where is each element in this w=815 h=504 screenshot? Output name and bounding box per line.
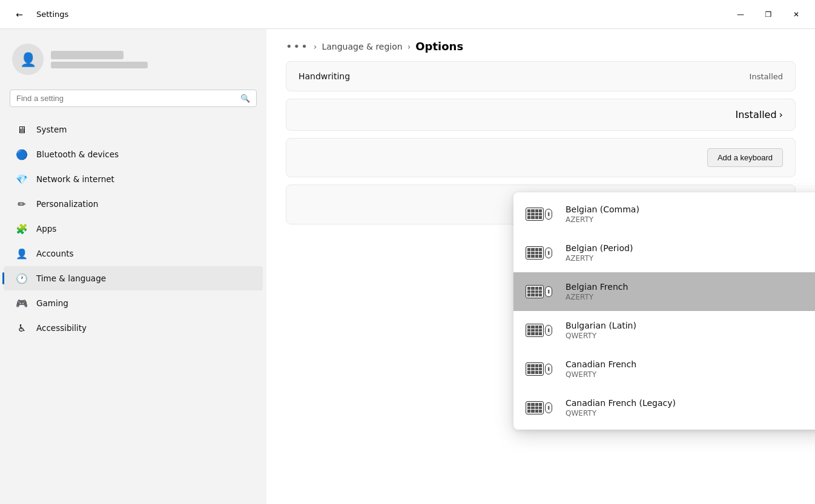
dropdown-item-sub: AZERTY: [566, 293, 628, 301]
add-keyboard-panel: Add a keyboard: [286, 138, 796, 177]
mouse-line: [548, 406, 549, 410]
mouse-icon: [545, 209, 552, 220]
mouse-icon: [545, 364, 552, 375]
nav-icon-gaming: 🎮: [16, 297, 28, 309]
nav-label-personalization: Personalization: [36, 199, 98, 209]
nav-list: 🖥 System 🔵 Bluetooth & devices 💎 Network…: [0, 114, 266, 343]
dropdown-item-text: Bulgarian (Latin) QWERTY: [566, 321, 636, 340]
sidebar-item-time[interactable]: 🕐 Time & language: [4, 266, 263, 290]
keyboard-installed-link[interactable]: Installed ›: [735, 109, 783, 120]
nav-icon-time: 🕐: [16, 272, 28, 284]
search-icon: 🔍: [240, 94, 250, 103]
main-content: ••• › Language & region › Options Handwr…: [266, 29, 815, 504]
nav-label-apps: Apps: [36, 224, 56, 234]
dropdown-item-text: Canadian French QWERTY: [566, 359, 636, 379]
sidebar-item-accounts[interactable]: 👤 Accounts: [4, 241, 263, 266]
back-button[interactable]: ←: [10, 5, 29, 24]
nav-label-system: System: [36, 125, 67, 134]
handwriting-panel: Handwriting Installed: [286, 61, 796, 91]
handwriting-status: Installed: [750, 72, 783, 81]
mouse-icon: [545, 325, 552, 336]
keyboard-installed-arrow: ›: [779, 109, 783, 120]
keyboard-box-icon: [526, 324, 544, 337]
mouse-line: [548, 251, 549, 255]
search-box[interactable]: 🔍: [10, 90, 257, 107]
keyboard-combo-icon: [526, 246, 556, 260]
sidebar-item-system[interactable]: 🖥 System: [4, 117, 263, 142]
mouse-icon: [545, 247, 552, 258]
sidebar-item-accessibility[interactable]: ♿ Accessibility: [4, 316, 263, 340]
dropdown-item[interactable]: Canadian French QWERTY: [513, 350, 815, 388]
mouse-line: [548, 367, 549, 371]
mouse-line: [548, 329, 549, 332]
sidebar-item-network[interactable]: 💎 Network & internet: [4, 167, 263, 191]
dropdown-item-name: Belgian (Comma): [566, 205, 639, 214]
dropdown-item[interactable]: Belgian French AZERTY: [513, 272, 815, 311]
nav-icon-personalization: ✏️: [16, 198, 28, 210]
dropdown-item[interactable]: Bulgarian (Latin) QWERTY: [513, 311, 815, 350]
nav-label-accounts: Accounts: [36, 249, 74, 258]
keyboard-box-icon: [526, 401, 544, 414]
profile-name: [51, 51, 124, 59]
dropdown-item-sub: QWERTY: [566, 332, 636, 340]
keyboard-box-icon: [526, 362, 544, 376]
dropdown-item-name: Canadian French (Legacy): [566, 398, 676, 408]
dropdown-item[interactable]: Belgian (Period) AZERTY: [513, 234, 815, 272]
dropdown-item-sub: AZERTY: [566, 254, 633, 263]
app-container: 👤 🔍 🖥 System 🔵 Bluetooth & devices 💎 Net…: [0, 29, 815, 504]
dropdown-item-sub: QWERTY: [566, 370, 636, 379]
titlebar-left: ← Settings: [10, 5, 68, 24]
dropdown-item-name: Belgian (Period): [566, 243, 633, 253]
nav-label-accessibility: Accessibility: [36, 323, 87, 333]
titlebar: ← Settings — ❐ ✕: [0, 0, 815, 29]
sidebar-item-apps[interactable]: 🧩 Apps: [4, 217, 263, 241]
keyboard-combo-icon: [526, 324, 556, 337]
nav-icon-network: 💎: [16, 173, 28, 185]
app-title: Settings: [36, 10, 68, 19]
keyboard-installed-panel: Installed ›: [286, 99, 796, 131]
breadcrumb-sep1: ›: [314, 42, 317, 51]
handwriting-row: Handwriting Installed: [299, 71, 783, 81]
keyboard-combo-icon: [526, 401, 556, 414]
sidebar-item-gaming[interactable]: 🎮 Gaming: [4, 291, 263, 315]
keyboard-combo-icon: [526, 362, 556, 376]
avatar: 👤: [12, 44, 44, 75]
profile-info: [51, 51, 148, 68]
keyboard-box-icon: [526, 208, 544, 221]
minimize-button[interactable]: —: [727, 5, 754, 24]
breadcrumb-current: Options: [415, 40, 463, 53]
dropdown-item[interactable]: Belgian (Comma) AZERTY: [513, 195, 815, 234]
breadcrumb: ••• › Language & region › Options: [266, 29, 815, 61]
nav-icon-bluetooth: 🔵: [16, 148, 28, 160]
breadcrumb-sep2: ›: [408, 42, 411, 51]
dropdown-item[interactable]: Canadian French (Legacy) QWERTY: [513, 388, 815, 427]
nav-icon-accessibility: ♿: [16, 322, 28, 334]
sidebar-item-bluetooth[interactable]: 🔵 Bluetooth & devices: [4, 142, 263, 166]
sidebar-profile: 👤: [0, 29, 266, 85]
nav-icon-system: 🖥: [16, 123, 28, 136]
keyboard-installed-label: Installed: [735, 109, 776, 120]
sidebar: 👤 🔍 🖥 System 🔵 Bluetooth & devices 💎 Net…: [0, 29, 266, 504]
maximize-button[interactable]: ❐: [754, 5, 782, 24]
search-input[interactable]: [16, 94, 236, 103]
keyboard-box-icon: [526, 285, 544, 298]
add-keyboard-row: Add a keyboard: [299, 148, 783, 167]
nav-label-gaming: Gaming: [36, 298, 68, 308]
mouse-icon: [545, 402, 552, 413]
keyboard-box-icon: [526, 246, 544, 260]
window-controls: — ❐ ✕: [727, 5, 810, 24]
dropdown-item-sub: AZERTY: [566, 215, 639, 224]
add-keyboard-button[interactable]: Add a keyboard: [707, 148, 783, 167]
breadcrumb-parent[interactable]: Language & region: [322, 42, 402, 51]
keyboard-dropdown-list: Belgian (Comma) AZERTY Belgian (Period) …: [513, 192, 815, 430]
dropdown-item-sub: QWERTY: [566, 409, 676, 417]
nav-icon-accounts: 👤: [16, 247, 28, 260]
handwriting-label: Handwriting: [299, 71, 350, 81]
dropdown-item-text: Belgian French AZERTY: [566, 282, 628, 301]
dropdown-item-text: Belgian (Period) AZERTY: [566, 243, 633, 263]
nav-label-bluetooth: Bluetooth & devices: [36, 149, 119, 159]
dropdown-item-name: Canadian French: [566, 359, 636, 369]
close-button[interactable]: ✕: [782, 5, 810, 24]
breadcrumb-dots: •••: [286, 40, 309, 53]
sidebar-item-personalization[interactable]: ✏️ Personalization: [4, 192, 263, 216]
